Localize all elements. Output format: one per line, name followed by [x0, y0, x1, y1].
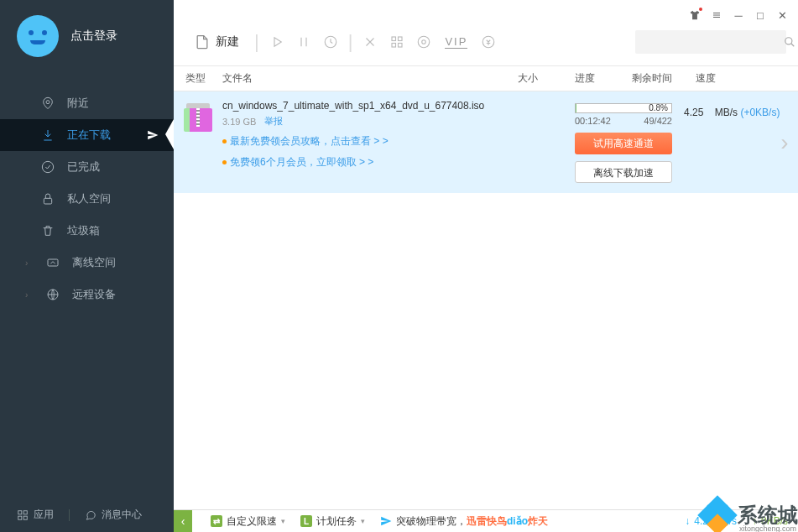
- svg-point-15: [419, 36, 430, 48]
- nav-label: 远程设备: [72, 287, 116, 302]
- chevron-right-icon: ›: [25, 258, 34, 268]
- vip-button[interactable]: VIP: [445, 35, 467, 49]
- svg-rect-8: [23, 516, 27, 519]
- chevron-right-icon: ›: [25, 290, 34, 300]
- col-speed[interactable]: 速度: [689, 71, 798, 86]
- download-speed-indicator: ↓ 4.25MB/s: [685, 515, 737, 527]
- close-icon[interactable]: ✕: [776, 9, 788, 21]
- svg-rect-13: [399, 44, 403, 48]
- svg-rect-10: [392, 37, 396, 41]
- nav-list: 附近 正在下载 已完成 私人空间 垃圾箱 › 离线空间 › 远程设备: [0, 87, 174, 310]
- offline-accel-button[interactable]: 离线下载加速: [575, 161, 672, 183]
- col-type[interactable]: 类型: [174, 71, 222, 86]
- search-box[interactable]: [635, 30, 786, 54]
- login-text[interactable]: 点击登录: [70, 29, 117, 44]
- schedule-badge-icon: L: [300, 515, 312, 527]
- col-name[interactable]: 文件名: [222, 71, 518, 86]
- col-size[interactable]: 大小: [518, 71, 575, 86]
- coin-icon[interactable]: [477, 31, 499, 53]
- task-row[interactable]: cn_windows_7_ultimate_with_sp1_x64_dvd_u…: [174, 91, 798, 193]
- elapsed-time: 00:12:42: [575, 116, 611, 126]
- progress-bar: 0.8%: [575, 103, 672, 113]
- trash-icon: [40, 223, 55, 238]
- new-task-button[interactable]: 新建: [185, 30, 248, 54]
- trial-highspeed-button[interactable]: 试用高速通道: [575, 133, 672, 154]
- nav-offline-space[interactable]: › 离线空间: [0, 247, 174, 279]
- download-icon: [40, 128, 55, 143]
- minimize-icon[interactable]: ─: [733, 9, 744, 21]
- nav-remote[interactable]: › 远程设备: [0, 279, 174, 310]
- custom-speed-limit[interactable]: ⇄ 自定义限速 ▾: [211, 514, 285, 529]
- col-remain[interactable]: 剩余时间: [632, 71, 689, 86]
- promo-link-1[interactable]: 最新免费领会员攻略，点击查看 > >: [222, 134, 575, 149]
- category-icon[interactable]: [386, 31, 408, 53]
- nav-private[interactable]: 私人空间: [0, 183, 174, 215]
- svg-rect-12: [392, 44, 396, 48]
- svg-point-0: [46, 101, 50, 104]
- avatar[interactable]: [17, 15, 59, 57]
- svg-rect-11: [399, 37, 403, 41]
- profile-section[interactable]: 点击登录: [0, 0, 174, 72]
- task-filesize: 3.19 GB: [222, 117, 256, 127]
- footer-messages[interactable]: 消息中心: [85, 508, 142, 522]
- nav-label: 正在下载: [67, 128, 111, 143]
- footer-apps[interactable]: 应用: [17, 508, 54, 522]
- breakthrough-promo[interactable]: 突破物理带宽，迅雷快鸟diǎo炸天: [380, 514, 548, 529]
- scheduled-tasks[interactable]: L 计划任务 ▾: [300, 514, 365, 529]
- report-link[interactable]: 举报: [264, 115, 283, 128]
- archive-file-icon: [184, 103, 212, 132]
- maximize-icon[interactable]: □: [754, 9, 766, 21]
- toolbar: 新建 | | VIP: [174, 25, 798, 65]
- expand-chevron-icon[interactable]: ›: [776, 129, 793, 156]
- check-circle-icon: [40, 159, 55, 175]
- sidebar-footer: 应用 消息中心: [0, 498, 174, 532]
- svg-rect-2: [44, 198, 51, 204]
- nav-label: 垃圾箱: [67, 223, 100, 238]
- task-list: cn_windows_7_ultimate_with_sp1_x64_dvd_u…: [174, 91, 798, 532]
- nav-nearby[interactable]: 附近: [0, 87, 174, 119]
- priority-icon[interactable]: [320, 31, 342, 53]
- speed-bonus: (+0KB/s): [740, 107, 780, 118]
- nav-trash[interactable]: 垃圾箱: [0, 215, 174, 247]
- svg-point-17: [785, 38, 792, 44]
- menu-icon[interactable]: [711, 9, 722, 21]
- titlebar: ─ □ ✕: [174, 0, 798, 25]
- promo-link-2[interactable]: 免费领6个月会员，立即领取 > >: [222, 155, 575, 170]
- svg-rect-3: [48, 259, 58, 266]
- search-input[interactable]: [642, 36, 784, 49]
- skin-icon[interactable]: [689, 9, 701, 21]
- nav-label: 私人空间: [67, 191, 111, 206]
- grid-icon: [17, 509, 29, 521]
- upload-speed-indicator: ↑ 0KB/s: [752, 515, 788, 527]
- delete-icon[interactable]: [359, 31, 381, 53]
- lock-icon: [40, 191, 55, 206]
- settings-icon[interactable]: [413, 31, 435, 53]
- chevron-down-icon: ▾: [361, 517, 365, 525]
- divider: [69, 509, 70, 521]
- up-arrow-icon: ↑: [752, 515, 757, 527]
- cloud-icon: [45, 255, 60, 270]
- new-label: 新建: [216, 34, 239, 50]
- bullet-icon: [222, 160, 227, 164]
- statusbar-back-button[interactable]: ‹: [174, 510, 192, 533]
- globe-icon: [45, 287, 60, 302]
- speed-badge-icon: ⇄: [211, 515, 222, 527]
- footer-msg-label: 消息中心: [102, 508, 142, 522]
- bullet-icon: [222, 139, 227, 143]
- svg-rect-7: [18, 516, 22, 519]
- play-icon[interactable]: [266, 31, 288, 53]
- col-progress[interactable]: 进度: [575, 71, 632, 86]
- paper-plane-icon: [147, 129, 159, 141]
- search-icon[interactable]: [784, 36, 795, 48]
- list-header: 类型 文件名 大小 进度 剩余时间 速度: [174, 65, 798, 91]
- pause-icon[interactable]: [293, 31, 315, 53]
- status-bar: ‹ ⇄ 自定义限速 ▾ L 计划任务 ▾ 突破物理带宽，迅雷快鸟diǎo炸天 ↓…: [174, 509, 798, 532]
- svg-point-1: [42, 161, 53, 172]
- nav-completed[interactable]: 已完成: [0, 151, 174, 183]
- progress-percent: 0.8%: [649, 103, 668, 112]
- nav-label: 已完成: [67, 159, 100, 175]
- new-file-icon: [194, 34, 211, 50]
- nav-label: 附近: [67, 96, 89, 111]
- nav-downloading[interactable]: 正在下载: [0, 119, 174, 151]
- nav-label: 离线空间: [72, 255, 116, 270]
